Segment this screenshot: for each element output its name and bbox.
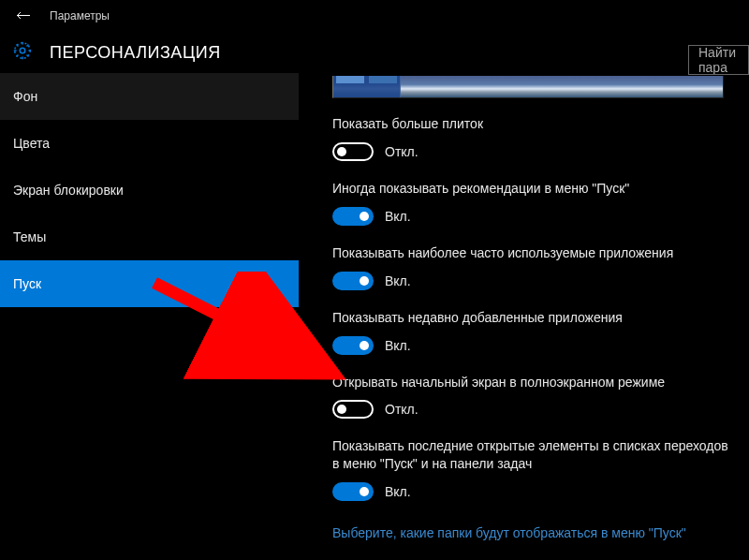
- toggle-recommendations[interactable]: [332, 207, 374, 226]
- toggle-state-text: Вкл.: [385, 484, 411, 499]
- search-input[interactable]: Найти пара: [688, 45, 749, 75]
- toggle-state-text: Откл.: [385, 402, 419, 417]
- sidebar-item-colors[interactable]: Цвета: [0, 120, 299, 167]
- toggle-fullscreen-start[interactable]: [332, 400, 374, 419]
- setting-label: Показывать наиболее часто используемые п…: [332, 244, 735, 262]
- sidebar-item-label: Пуск: [13, 276, 41, 291]
- main-content: Показать больше плиток Откл. Иногда пока…: [299, 73, 749, 560]
- toggle-state-text: Откл.: [385, 144, 419, 159]
- setting-label: Показывать недавно добавленные приложени…: [332, 309, 735, 327]
- sidebar-item-lockscreen[interactable]: Экран блокировки: [0, 167, 299, 214]
- sidebar-item-start[interactable]: Пуск: [0, 260, 299, 307]
- sidebar-item-label: Фон: [13, 89, 37, 104]
- svg-point-0: [20, 48, 25, 53]
- setting-label: Показать больше плиток: [332, 115, 735, 133]
- sidebar-item-themes[interactable]: Темы: [0, 214, 299, 260]
- sidebar: Фон Цвета Экран блокировки Темы Пуск: [0, 73, 299, 560]
- toggle-recently-added[interactable]: [332, 336, 374, 355]
- breadcrumb: Параметры: [50, 9, 110, 22]
- toggle-more-tiles[interactable]: [332, 142, 374, 161]
- setting-label: Иногда показывать рекомендации в меню "П…: [332, 180, 735, 198]
- toggle-state-text: Вкл.: [385, 273, 411, 288]
- sidebar-item-label: Цвета: [13, 136, 50, 151]
- sidebar-item-label: Темы: [13, 229, 46, 244]
- choose-folders-link[interactable]: Выберите, какие папки будут отображаться…: [332, 525, 686, 540]
- toggle-jump-lists[interactable]: [332, 482, 374, 501]
- gear-icon: [12, 40, 33, 65]
- setting-label: Открывать начальный экран в полноэкранно…: [332, 374, 735, 391]
- page-title: ПЕРСОНАЛИЗАЦИЯ: [50, 43, 221, 63]
- toggle-state-text: Вкл.: [385, 338, 411, 353]
- sidebar-item-label: Экран блокировки: [13, 183, 124, 198]
- back-arrow-icon[interactable]: 🡐: [16, 7, 31, 24]
- toggle-most-used[interactable]: [332, 272, 374, 290]
- toggle-state-text: Вкл.: [385, 209, 411, 224]
- setting-label: Показывать последние открытые элементы в…: [332, 437, 735, 473]
- sidebar-item-background[interactable]: Фон: [0, 73, 299, 120]
- search-placeholder: Найти пара: [698, 45, 748, 75]
- start-preview-image: [332, 76, 724, 98]
